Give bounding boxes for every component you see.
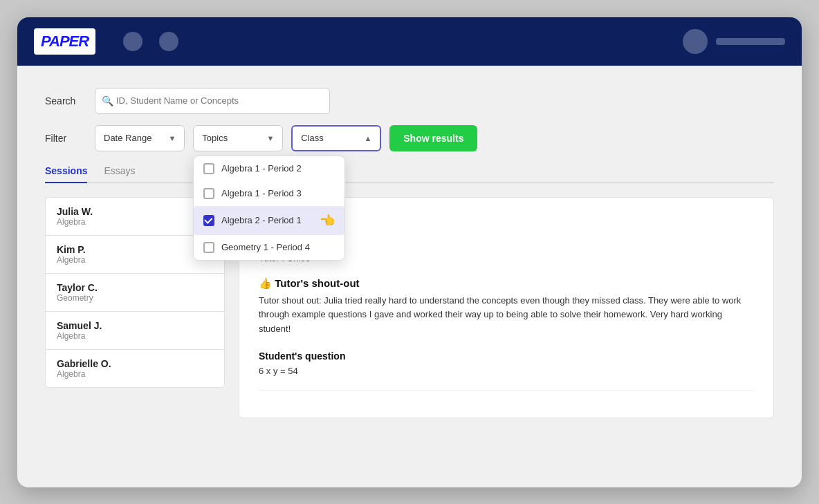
search-icon: 🔍 [102, 95, 113, 106]
dropdown-item-1[interactable]: Algebra 1 - Period 3 [194, 181, 344, 206]
student-subject-4: Algebra [57, 369, 213, 379]
question-title: Student's question [259, 351, 754, 362]
header-nav [123, 32, 178, 51]
nav-icon-2 [159, 32, 178, 51]
filter-label: Filter [45, 133, 86, 144]
app-window: PAPER Search 🔍 Filter [17, 17, 802, 487]
cursor-icon: 👈 [320, 213, 335, 228]
shoutout-icon: 👍 [259, 277, 272, 289]
date-range-label: Date Range [104, 133, 151, 143]
topics-label: Topics [202, 133, 228, 143]
dropdown-checkbox-0[interactable] [203, 163, 214, 174]
dropdown-item-3[interactable]: Geometry 1 - Period 4 [194, 235, 344, 260]
search-label: Search [45, 95, 86, 106]
dropdown-item-2[interactable]: Algebra 2 - Period 1 👈 [194, 206, 344, 235]
nav-icon-1 [123, 32, 142, 51]
student-name-0: Julia W. [57, 206, 213, 217]
topics-select[interactable]: Topics ▼ [193, 125, 283, 151]
dropdown-item-label-2: Algebra 2 - Period 1 [221, 215, 302, 225]
dropdown-item-label-3: Geometry 1 - Period 4 [221, 242, 310, 252]
tabs: Sessions Essays [45, 165, 774, 183]
student-name-1: Kim P. [57, 244, 213, 255]
shoutout-title: 👍 Tutor's shout-out [259, 277, 754, 290]
date-range-select[interactable]: Date Range ▼ [95, 125, 185, 151]
dropdown-checkbox-2[interactable] [203, 215, 214, 226]
dropdown-item-label-1: Algebra 1 - Period 3 [221, 188, 302, 198]
tab-essays[interactable]: Essays [104, 165, 135, 182]
main-content: Search 🔍 Filter Date Range ▼ Topics ▼ Cl… [17, 66, 802, 440]
search-input[interactable] [95, 88, 330, 114]
dropdown-item-label-0: Algebra 1 - Period 2 [221, 163, 302, 174]
header-right [683, 29, 785, 54]
class-arrow: ▲ [364, 134, 371, 142]
student-name-2: Taylor C. [57, 282, 213, 293]
filter-row: Filter Date Range ▼ Topics ▼ Class ▲ Sho… [45, 125, 774, 151]
student-subject-0: Algebra [57, 217, 213, 227]
question-text: 6 x y = 54 [259, 366, 754, 376]
class-dropdown: Algebra 1 - Period 2 Algebra 1 - Period … [193, 156, 345, 261]
search-input-wrap: 🔍 [95, 88, 330, 114]
shoutout-section: 👍 Tutor's shout-out Tutor shout out: Jul… [259, 277, 754, 391]
topics-arrow: ▼ [266, 134, 274, 142]
user-avatar [683, 29, 708, 54]
show-results-button[interactable]: Show results [389, 125, 477, 151]
student-subject-2: Geometry [57, 293, 213, 303]
user-name-line [716, 38, 785, 45]
header: PAPER [17, 17, 802, 66]
student-name-4: Gabrielle O. [57, 358, 213, 369]
student-item-4[interactable]: Gabrielle O. Algebra [45, 349, 225, 388]
student-item-3[interactable]: Samuel J. Algebra [45, 311, 225, 349]
dropdown-item-0[interactable]: Algebra 1 - Period 2 [194, 156, 344, 181]
date-range-arrow: ▼ [168, 134, 176, 142]
tab-sessions[interactable]: Sessions [45, 165, 87, 183]
class-select[interactable]: Class ▲ [291, 125, 381, 151]
student-subject-1: Algebra [57, 255, 213, 265]
nav-item-2[interactable] [159, 32, 178, 51]
class-label: Class [301, 133, 324, 143]
student-item-2[interactable]: Taylor C. Geometry [45, 273, 225, 311]
divider [259, 390, 754, 391]
shoutout-title-text: Tutor's shout-out [275, 277, 359, 289]
shoutout-text: Tutor shout out: Julia tried really hard… [259, 294, 754, 337]
content-area: Julia W. Algebra Kim P. Algebra Taylor C… [45, 197, 774, 418]
student-subject-3: Algebra [57, 331, 213, 341]
nav-item-1[interactable] [123, 32, 142, 51]
search-row: Search 🔍 [45, 88, 774, 114]
logo[interactable]: PAPER [34, 28, 95, 55]
dropdown-checkbox-1[interactable] [203, 188, 214, 199]
student-name-3: Samuel J. [57, 320, 213, 331]
dropdown-checkbox-3[interactable] [203, 242, 214, 253]
logo-text: PAPER [41, 32, 89, 50]
